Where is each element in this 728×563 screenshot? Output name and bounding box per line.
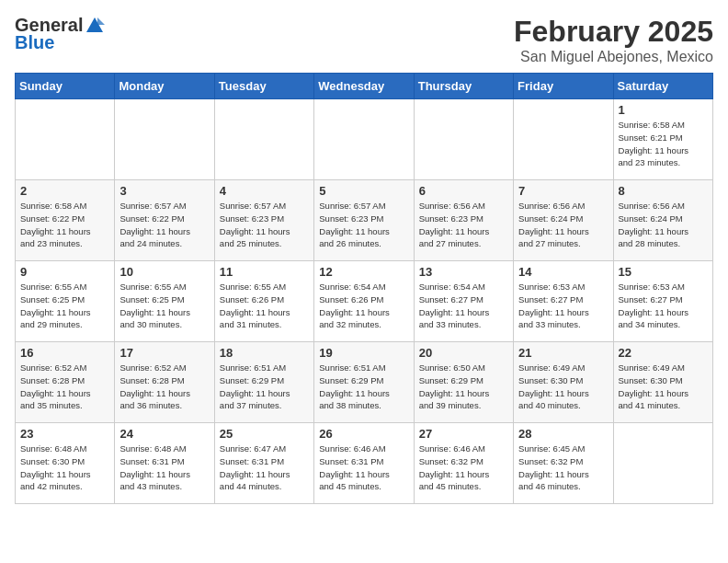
calendar-day: 23Sunrise: 6:48 AM Sunset: 6:30 PM Dayli… bbox=[16, 423, 115, 504]
calendar-day: 6Sunrise: 6:56 AM Sunset: 6:23 PM Daylig… bbox=[414, 180, 513, 261]
day-number: 22 bbox=[619, 346, 708, 360]
calendar-day: 27Sunrise: 6:46 AM Sunset: 6:32 PM Dayli… bbox=[414, 423, 513, 504]
calendar-day: 24Sunrise: 6:48 AM Sunset: 6:31 PM Dayli… bbox=[115, 423, 214, 504]
logo: General Blue bbox=[15, 15, 105, 53]
day-info: Sunrise: 6:51 AM Sunset: 6:29 PM Dayligh… bbox=[220, 362, 309, 412]
calendar-day: 3Sunrise: 6:57 AM Sunset: 6:22 PM Daylig… bbox=[115, 180, 214, 261]
calendar-day: 17Sunrise: 6:52 AM Sunset: 6:28 PM Dayli… bbox=[115, 342, 214, 423]
day-number: 15 bbox=[619, 265, 708, 279]
calendar-day: 15Sunrise: 6:53 AM Sunset: 6:27 PM Dayli… bbox=[613, 261, 712, 342]
day-info: Sunrise: 6:58 AM Sunset: 6:22 PM Dayligh… bbox=[20, 200, 109, 250]
day-info: Sunrise: 6:49 AM Sunset: 6:30 PM Dayligh… bbox=[518, 362, 608, 412]
calendar-day: 2Sunrise: 6:58 AM Sunset: 6:22 PM Daylig… bbox=[16, 180, 115, 261]
calendar-day: 7Sunrise: 6:56 AM Sunset: 6:24 PM Daylig… bbox=[514, 180, 613, 261]
day-info: Sunrise: 6:46 AM Sunset: 6:31 PM Dayligh… bbox=[319, 442, 408, 493]
day-number: 23 bbox=[20, 427, 109, 441]
day-info: Sunrise: 6:48 AM Sunset: 6:30 PM Dayligh… bbox=[20, 442, 109, 493]
day-number: 17 bbox=[119, 346, 209, 360]
day-number: 16 bbox=[20, 346, 109, 360]
title-area: February 2025 San Miguel Abejones, Mexic… bbox=[514, 15, 713, 65]
calendar-day: 22Sunrise: 6:49 AM Sunset: 6:30 PM Dayli… bbox=[613, 342, 712, 423]
day-info: Sunrise: 6:57 AM Sunset: 6:22 PM Dayligh… bbox=[119, 200, 209, 250]
day-number: 11 bbox=[220, 265, 309, 279]
day-number: 18 bbox=[220, 346, 309, 360]
calendar-empty bbox=[613, 423, 712, 504]
day-info: Sunrise: 6:55 AM Sunset: 6:25 PM Dayligh… bbox=[119, 281, 209, 331]
day-number: 14 bbox=[518, 265, 608, 279]
calendar-empty bbox=[314, 99, 414, 180]
day-number: 6 bbox=[419, 184, 508, 198]
calendar-day: 8Sunrise: 6:56 AM Sunset: 6:24 PM Daylig… bbox=[613, 180, 712, 261]
day-number: 20 bbox=[419, 346, 508, 360]
weekday-header: Monday bbox=[115, 74, 214, 99]
day-info: Sunrise: 6:56 AM Sunset: 6:23 PM Dayligh… bbox=[419, 200, 508, 250]
day-number: 8 bbox=[619, 184, 708, 198]
calendar-week-row: 1Sunrise: 6:58 AM Sunset: 6:21 PM Daylig… bbox=[16, 99, 713, 180]
calendar-day: 19Sunrise: 6:51 AM Sunset: 6:29 PM Dayli… bbox=[314, 342, 414, 423]
calendar-week-row: 2Sunrise: 6:58 AM Sunset: 6:22 PM Daylig… bbox=[16, 180, 713, 261]
calendar-day: 12Sunrise: 6:54 AM Sunset: 6:26 PM Dayli… bbox=[314, 261, 414, 342]
calendar-day: 13Sunrise: 6:54 AM Sunset: 6:27 PM Dayli… bbox=[414, 261, 513, 342]
day-number: 27 bbox=[419, 427, 508, 441]
day-info: Sunrise: 6:56 AM Sunset: 6:24 PM Dayligh… bbox=[518, 200, 608, 250]
day-info: Sunrise: 6:56 AM Sunset: 6:24 PM Dayligh… bbox=[619, 200, 708, 250]
calendar-day: 9Sunrise: 6:55 AM Sunset: 6:25 PM Daylig… bbox=[16, 261, 115, 342]
header: General Blue February 2025 San Miguel Ab… bbox=[15, 15, 713, 65]
day-number: 10 bbox=[119, 265, 209, 279]
calendar-day: 26Sunrise: 6:46 AM Sunset: 6:31 PM Dayli… bbox=[314, 423, 414, 504]
calendar-empty bbox=[414, 99, 513, 180]
day-info: Sunrise: 6:57 AM Sunset: 6:23 PM Dayligh… bbox=[319, 200, 408, 250]
day-info: Sunrise: 6:52 AM Sunset: 6:28 PM Dayligh… bbox=[20, 362, 109, 412]
logo-icon bbox=[85, 16, 105, 36]
month-title: February 2025 bbox=[514, 15, 713, 49]
day-info: Sunrise: 6:46 AM Sunset: 6:32 PM Dayligh… bbox=[419, 442, 508, 493]
day-number: 2 bbox=[20, 184, 109, 198]
weekday-header: Sunday bbox=[16, 74, 115, 99]
day-info: Sunrise: 6:55 AM Sunset: 6:25 PM Dayligh… bbox=[20, 281, 109, 331]
day-number: 1 bbox=[619, 103, 708, 117]
calendar-empty bbox=[214, 99, 313, 180]
weekday-header: Thursday bbox=[414, 74, 513, 99]
calendar-day: 28Sunrise: 6:45 AM Sunset: 6:32 PM Dayli… bbox=[514, 423, 613, 504]
calendar-day: 11Sunrise: 6:55 AM Sunset: 6:26 PM Dayli… bbox=[214, 261, 313, 342]
day-number: 7 bbox=[518, 184, 608, 198]
calendar-day: 25Sunrise: 6:47 AM Sunset: 6:31 PM Dayli… bbox=[214, 423, 313, 504]
day-info: Sunrise: 6:58 AM Sunset: 6:21 PM Dayligh… bbox=[619, 119, 708, 169]
day-number: 12 bbox=[319, 265, 408, 279]
calendar-day: 18Sunrise: 6:51 AM Sunset: 6:29 PM Dayli… bbox=[214, 342, 313, 423]
logo-blue-text: Blue bbox=[15, 32, 54, 53]
calendar-empty bbox=[115, 99, 214, 180]
day-number: 13 bbox=[419, 265, 508, 279]
weekday-header: Tuesday bbox=[214, 74, 313, 99]
calendar-empty bbox=[16, 99, 115, 180]
calendar-week-row: 9Sunrise: 6:55 AM Sunset: 6:25 PM Daylig… bbox=[16, 261, 713, 342]
calendar-day: 21Sunrise: 6:49 AM Sunset: 6:30 PM Dayli… bbox=[514, 342, 613, 423]
day-info: Sunrise: 6:50 AM Sunset: 6:29 PM Dayligh… bbox=[419, 362, 508, 412]
calendar-day: 4Sunrise: 6:57 AM Sunset: 6:23 PM Daylig… bbox=[214, 180, 313, 261]
weekday-header: Wednesday bbox=[314, 74, 414, 99]
day-number: 3 bbox=[119, 184, 209, 198]
day-number: 21 bbox=[518, 346, 608, 360]
location-title: San Miguel Abejones, Mexico bbox=[514, 49, 713, 65]
calendar-day: 1Sunrise: 6:58 AM Sunset: 6:21 PM Daylig… bbox=[613, 99, 712, 180]
day-info: Sunrise: 6:49 AM Sunset: 6:30 PM Dayligh… bbox=[619, 362, 708, 412]
calendar-day: 5Sunrise: 6:57 AM Sunset: 6:23 PM Daylig… bbox=[314, 180, 414, 261]
day-info: Sunrise: 6:53 AM Sunset: 6:27 PM Dayligh… bbox=[518, 281, 608, 331]
day-number: 5 bbox=[319, 184, 408, 198]
day-info: Sunrise: 6:53 AM Sunset: 6:27 PM Dayligh… bbox=[619, 281, 708, 331]
calendar-week-row: 23Sunrise: 6:48 AM Sunset: 6:30 PM Dayli… bbox=[16, 423, 713, 504]
day-info: Sunrise: 6:45 AM Sunset: 6:32 PM Dayligh… bbox=[518, 442, 608, 493]
day-number: 25 bbox=[220, 427, 309, 441]
day-number: 28 bbox=[518, 427, 608, 441]
day-info: Sunrise: 6:54 AM Sunset: 6:27 PM Dayligh… bbox=[419, 281, 508, 331]
svg-marker-1 bbox=[97, 17, 105, 25]
weekday-header: Saturday bbox=[613, 74, 712, 99]
day-info: Sunrise: 6:52 AM Sunset: 6:28 PM Dayligh… bbox=[119, 362, 209, 412]
day-number: 26 bbox=[319, 427, 408, 441]
calendar-empty bbox=[514, 99, 613, 180]
day-info: Sunrise: 6:47 AM Sunset: 6:31 PM Dayligh… bbox=[220, 442, 309, 493]
day-info: Sunrise: 6:55 AM Sunset: 6:26 PM Dayligh… bbox=[220, 281, 309, 331]
day-info: Sunrise: 6:54 AM Sunset: 6:26 PM Dayligh… bbox=[319, 281, 408, 331]
calendar-week-row: 16Sunrise: 6:52 AM Sunset: 6:28 PM Dayli… bbox=[16, 342, 713, 423]
calendar-header-row: SundayMondayTuesdayWednesdayThursdayFrid… bbox=[16, 74, 713, 99]
